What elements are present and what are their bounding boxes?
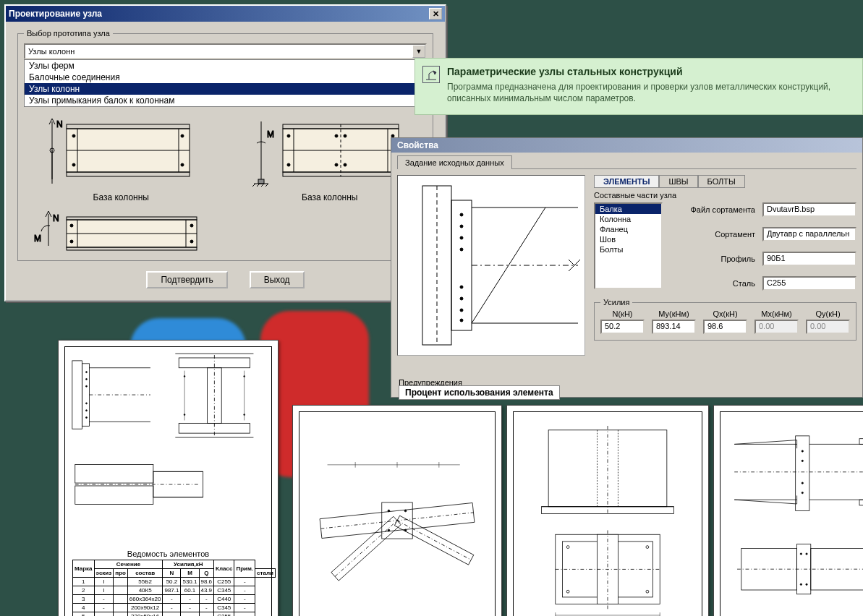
file-label: Файл сортамента [676,205,755,214]
force-label: Mx(кНм) [754,309,799,318]
svg-point-11 [72,163,75,166]
prototype-option[interactable]: Узлы примыкания балок к колоннам [25,95,426,106]
usage-percent-label: Процент использования элемента [399,385,560,400]
svg-point-71 [86,378,88,380]
node-drawing [397,175,585,356]
svg-point-134 [802,460,803,461]
svg-point-101 [388,510,390,512]
steel-field[interactable]: С255 [762,276,856,291]
sort-field[interactable]: Двутавр с параллельн [762,227,856,241]
close-icon[interactable]: ✕ [429,8,442,20]
svg-point-33 [335,134,338,137]
parts-item[interactable]: Балка [595,204,661,214]
thumb-base-1[interactable]: N База колонны [24,114,218,202]
svg-point-59 [460,309,463,312]
description-banner: Параметрические узлы стальных конструкци… [415,58,863,115]
prototype-group: Выбор прототипа узла Узлы колонн ▼ Узлы … [17,29,433,261]
banner-title: Параметрические узлы стальных конструкци… [447,66,852,77]
drawing-sheet-3 [506,405,709,616]
svg-line-21 [265,184,268,187]
svg-point-74 [86,410,88,411]
force-label: Qy(кН) [806,309,850,318]
prototype-option[interactable]: Узлы колонн [25,83,426,95]
subtab[interactable]: БОЛТЫ [698,175,745,188]
svg-point-49 [190,240,193,243]
dialog-titlebar[interactable]: Проектирование узла ✕ [6,6,445,22]
svg-text:M: M [34,234,41,244]
force-col: Qx(кН)98.6 [703,309,747,334]
profile-field[interactable]: 90Б1 [762,252,856,266]
banner-text: Программа предназначена для проектирован… [447,82,852,104]
parts-item[interactable]: Фланец [595,224,661,234]
prototype-option[interactable]: Балочные соединения [25,72,426,83]
thumb-base-3[interactable]: N M [24,210,218,254]
svg-text:M: M [267,129,274,140]
svg-line-20 [261,184,264,187]
element-subtabs: ЭЛЕМЕНТЫШВЫБОЛТЫ [594,175,856,188]
forces-group: Усилия N(кН)50.2My(кНм)893.14Qx(кН)98.6M… [594,298,856,341]
svg-point-135 [802,482,803,484]
svg-point-60 [460,319,463,322]
force-field[interactable]: 50.2 [600,320,645,334]
svg-rect-138 [859,500,863,505]
svg-line-18 [252,184,255,187]
exit-button[interactable]: Выход [250,271,305,288]
svg-point-86 [244,376,245,377]
drawing-sheet-4 [713,405,863,616]
svg-point-144 [800,553,802,555]
properties-panel: Свойства Задание исходных данных [391,137,863,398]
chevron-down-icon[interactable]: ▼ [412,45,425,58]
table-row: 1I55Б250.2530.198.6С255- [73,578,276,586]
table-row: 3-660x364x20---С440- [73,595,276,604]
svg-point-72 [86,385,88,387]
prototype-combo[interactable]: Узлы колонн ▼ [24,43,427,59]
file-field[interactable]: DvutavrB.bsp [762,202,856,217]
column-base-sketch-1: N [38,114,204,187]
column-base-sketch-3: N M [34,210,208,253]
force-field: 0.00 [806,320,850,334]
dialog-node-design: Проектирование узла ✕ Выбор прототипа уз… [4,4,446,301]
svg-point-147 [806,583,807,585]
force-col: N(кН)50.2 [600,309,645,334]
tab-input-data[interactable]: Задание исходных данных [397,155,512,169]
thumb-caption-1: База колонны [24,192,218,202]
parts-item[interactable]: Болты [595,244,661,254]
svg-point-104 [404,529,407,531]
confirm-button[interactable]: Подтвердить [146,271,227,288]
svg-point-56 [460,248,463,251]
svg-rect-89 [75,486,153,505]
svg-point-55 [460,236,463,239]
elements-table-wrap: Ведомость элементов МаркаСечениеУсилия,к… [72,549,264,616]
svg-point-10 [72,134,75,137]
force-label: My(кНм) [652,309,696,318]
prototype-dropdown[interactable]: Узлы фермБалочные соединенияУзлы колоннУ… [24,59,427,107]
elements-table: МаркаСечениеУсилия,кНКлассПрим.эскизпрос… [72,560,276,616]
force-field: 0.00 [754,320,799,334]
parts-item[interactable]: Шов [595,234,661,244]
force-col: Qy(кН)0.00 [806,309,850,334]
subtab[interactable]: ШВЫ [659,175,697,188]
properties-titlebar[interactable]: Свойства [391,138,862,153]
svg-point-123 [646,590,649,593]
svg-point-75 [86,417,88,419]
drawing-sheet-1: Ведомость элементов МаркаСечениеУсилия,к… [58,340,279,616]
force-field[interactable]: 98.6 [703,320,747,334]
svg-point-87 [244,414,245,416]
parts-item[interactable]: Колонна [595,214,661,224]
svg-point-47 [70,240,73,243]
parts-listbox[interactable]: БалкаКолоннаФланецШовБолты [594,202,663,289]
svg-rect-66 [82,364,90,426]
svg-line-99 [335,521,397,576]
subtab[interactable]: ЭЛЕМЕНТЫ [594,175,659,188]
svg-point-30 [287,163,290,166]
prototype-option[interactable]: Узлы ферм [25,60,426,72]
force-field[interactable]: 893.14 [652,320,696,334]
prof-label: Профиль [676,254,755,263]
svg-point-12 [181,134,184,137]
svg-point-70 [86,372,88,373]
svg-point-46 [70,224,73,227]
svg-rect-43 [67,247,197,250]
svg-point-48 [190,224,193,227]
svg-rect-65 [72,361,82,429]
svg-point-103 [388,529,390,531]
